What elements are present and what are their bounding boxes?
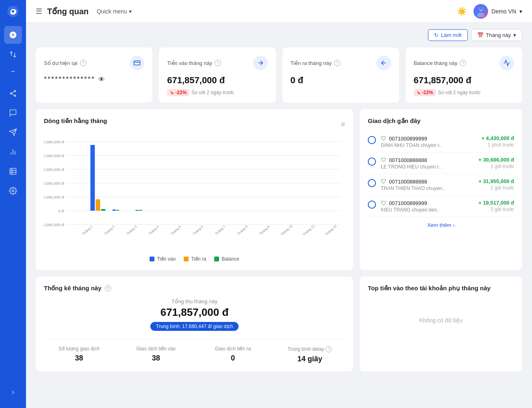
svg-line-6 xyxy=(12,91,14,93)
stat-title-expense: Tiền ra tháng này xyxy=(291,60,332,66)
stat-compare-text-income: So với 2 ngày trước xyxy=(191,90,234,95)
tx-right: + 4,430,000 đ 1 phút trước xyxy=(481,135,514,148)
transactions-card: Giao dịch gần đây 🛡 0071000899999 DINH N… xyxy=(360,109,522,270)
svg-rect-46 xyxy=(139,210,142,211)
cashflow-chart-card: Dòng tiền hằng tháng ≡ 20,000,00 xyxy=(36,109,353,270)
main-content: ☰ Tổng quan Quick menu ▾ ☀️ Demo VN ▾ ↻ … xyxy=(26,0,532,408)
refresh-button[interactable]: ↻ Làm mới xyxy=(428,29,468,41)
avatar xyxy=(473,4,488,19)
total-label: Tổng thu tháng này xyxy=(44,298,345,304)
svg-rect-45 xyxy=(136,210,139,211)
charts-row: Dòng tiền hằng tháng ≡ 20,000,00 xyxy=(36,109,522,270)
sidebar-item-share[interactable] xyxy=(4,84,22,102)
svg-text:0 đ: 0 đ xyxy=(58,209,64,213)
svg-text:4,000,000,000 đ: 4,000,000,000 đ xyxy=(44,195,64,199)
sidebar-item-settings[interactable] xyxy=(4,182,22,200)
stat-value-balance: ************** 👁 xyxy=(44,75,144,84)
svg-rect-44 xyxy=(116,210,119,211)
tx-time: 3 giờ trước xyxy=(478,207,514,212)
svg-point-16 xyxy=(12,190,14,192)
sidebar-expand[interactable] xyxy=(4,384,22,402)
transactions-title: Giao dịch gần đây xyxy=(368,117,514,125)
quick-menu-arrow-icon: ▾ xyxy=(129,8,132,15)
sidebar-item-message[interactable] xyxy=(4,104,22,122)
tx-body: 🛡 0071000899999 KIEU TRANG chuyen tien.. xyxy=(381,200,473,213)
stat-card-balance-month: Balance tháng này ? 671,857,000 đ ↘-22% … xyxy=(406,47,522,103)
svg-rect-43 xyxy=(113,209,116,211)
tx-circle xyxy=(368,136,376,144)
user-menu-arrow-icon: ▾ xyxy=(519,8,522,15)
tx-body: 🛡 0071000888888 LE TRONG HIEU chuyen t.. xyxy=(381,157,473,170)
bstat-item-delay: Trung bình delay ? 14 giây xyxy=(275,346,345,363)
sidebar-item-dashboard[interactable] xyxy=(4,26,22,44)
list-item: 🛡 0071000899999 KIEU TRANG chuyen tien..… xyxy=(368,196,514,217)
logo[interactable] xyxy=(0,0,26,23)
eye-icon[interactable]: 👁 xyxy=(98,76,106,83)
svg-text:Tháng 1: Tháng 1 xyxy=(81,225,93,235)
svg-point-21 xyxy=(482,9,484,11)
tx-right: + 30,686,000 đ 1 giờ trước xyxy=(478,157,514,169)
bstat-label-expense-count: Giao dịch tiền ra xyxy=(198,346,268,352)
see-more-button[interactable]: Xem thêm › xyxy=(368,217,514,228)
list-item: 🛡 0071000899999 DINH NHU TOAN chuyen t..… xyxy=(368,131,514,153)
sidebar-nav xyxy=(0,23,26,203)
stat-icon-income xyxy=(253,56,268,70)
no-data-label: Không có dữ liệu xyxy=(368,300,514,341)
sidebar-item-chart[interactable] xyxy=(4,143,22,161)
info-icon-monthly[interactable]: ? xyxy=(105,285,111,291)
svg-point-3 xyxy=(10,93,12,95)
sidebar-item-table[interactable] xyxy=(4,162,22,180)
filter-button[interactable]: 📅 Tháng này ▾ xyxy=(471,29,522,41)
stat-value-income: 671,857,000 đ xyxy=(167,75,267,86)
sidebar-item-telegram[interactable] xyxy=(4,123,22,141)
theme-toggle-icon[interactable]: ☀️ xyxy=(457,6,467,16)
svg-rect-22 xyxy=(134,61,140,65)
svg-text:Tháng 6: Tháng 6 xyxy=(192,225,204,235)
shield-icon: 🛡 xyxy=(381,135,387,142)
legend-dot-income xyxy=(150,257,154,261)
tx-circle xyxy=(368,179,376,187)
tx-time: 1 phút trước xyxy=(481,142,514,148)
stat-title-balance: Số dư hiện tại xyxy=(44,60,78,66)
info-icon-balance[interactable]: ? xyxy=(80,60,87,66)
stat-icon-balance-month xyxy=(499,56,514,70)
bstat-label-income-count: Giao dịch tiền vào xyxy=(121,346,191,352)
info-icon-delay[interactable]: ? xyxy=(326,346,332,352)
shield-icon: 🛡 xyxy=(381,178,387,185)
stat-title-income: Tiền vào tháng này xyxy=(167,60,212,66)
tx-desc: TRAN THIEN THAO chuyen.. xyxy=(381,186,473,191)
stat-card-balance: Số dư hiện tại ? ************** 👁 xyxy=(36,47,152,103)
page-title: Tổng quan xyxy=(47,6,89,16)
list-item: 🛡 0071000888888 LE TRONG HIEU chuyen t..… xyxy=(368,153,514,174)
info-icon-expense[interactable]: ? xyxy=(334,60,341,66)
bottom-row: Thống kê tháng này ? Tổng thu tháng này … xyxy=(36,276,522,371)
top-accounts-title: Top tiền vào theo tài khoản phụ tháng nà… xyxy=(368,285,514,292)
stat-compare-balance-month: ↘-22% So với 2 ngày trước xyxy=(414,89,514,96)
svg-text:-4,000,000,000 đ: -4,000,000,000 đ xyxy=(44,222,64,227)
legend-label-balance: Balance xyxy=(221,256,239,262)
legend-item-balance: Balance xyxy=(214,256,239,262)
chart-legend: Tiền vào Tiền ra Balance xyxy=(44,256,345,262)
menu-icon[interactable]: ☰ xyxy=(36,7,42,16)
user-menu[interactable]: Demo VN ▾ xyxy=(473,4,522,19)
info-icon-balance-month[interactable]: ? xyxy=(460,60,466,66)
sidebar-item-transactions[interactable] xyxy=(4,45,22,63)
svg-rect-42 xyxy=(101,209,106,211)
cashflow-chart-area: 20,000,000,000 đ 16,000,000,000 đ 12,000… xyxy=(44,138,345,251)
content-area: ↻ Làm mới 📅 Tháng này ▾ Số dư hiện tại ? xyxy=(26,23,532,408)
svg-text:Tháng 4: Tháng 4 xyxy=(148,225,160,235)
refresh-icon: ↻ xyxy=(434,32,439,38)
avg-badge: Trung bình: 17,680,447 đ/ giao dịch xyxy=(150,322,239,331)
chart-menu-icon[interactable]: ≡ xyxy=(341,120,345,129)
bstat-label-delay: Trung bình delay ? xyxy=(275,346,345,352)
tx-account: 🛡 0071000888888 xyxy=(381,157,473,163)
total-value: 671,857,000 đ xyxy=(44,306,345,319)
svg-text:Tháng 12: Tháng 12 xyxy=(324,224,338,235)
quick-menu[interactable]: Quick menu ▾ xyxy=(97,8,132,15)
legend-dot-expense xyxy=(184,257,189,261)
svg-point-18 xyxy=(477,13,485,17)
info-icon-income[interactable]: ? xyxy=(215,60,221,66)
sidebar-item-bank[interactable] xyxy=(4,65,22,83)
list-item: 🛡 0071000888888 TRAN THIEN THAO chuyen..… xyxy=(368,174,514,196)
svg-rect-41 xyxy=(96,199,100,211)
